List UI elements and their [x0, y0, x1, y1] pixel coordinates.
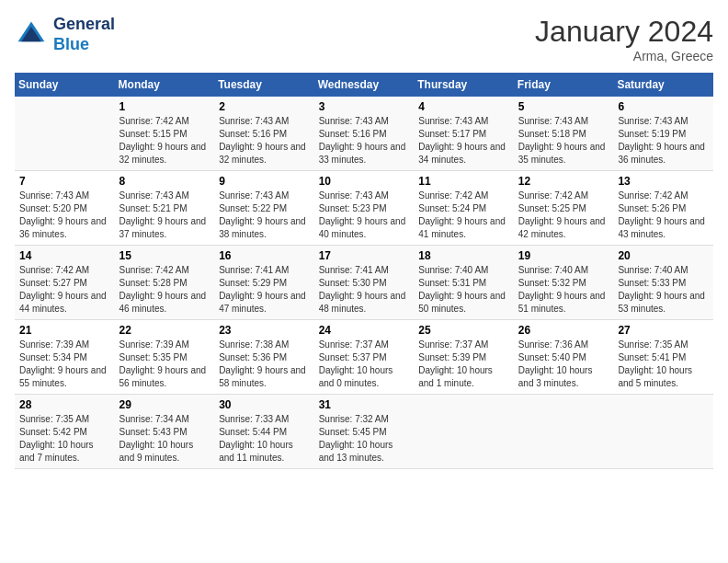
calendar-week-row: 21Sunrise: 7:39 AM Sunset: 5:34 PM Dayli… [15, 320, 713, 395]
day-number: 1 [119, 100, 210, 113]
calendar-cell [15, 97, 115, 171]
calendar-cell: 27Sunrise: 7:35 AM Sunset: 5:41 PM Dayli… [613, 320, 713, 395]
day-info: Sunrise: 7:43 AM Sunset: 5:16 PM Dayligh… [219, 115, 310, 167]
logo-text: General Blue [53, 15, 115, 54]
day-info: Sunrise: 7:39 AM Sunset: 5:34 PM Dayligh… [19, 339, 110, 390]
day-number: 9 [219, 175, 310, 188]
calendar-cell: 6Sunrise: 7:43 AM Sunset: 5:19 PM Daylig… [613, 97, 713, 171]
logo: General Blue [15, 15, 115, 54]
title-block: January 2024 Arma, Greece [535, 15, 713, 63]
calendar-cell [414, 395, 514, 469]
calendar-week-row: 28Sunrise: 7:35 AM Sunset: 5:42 PM Dayli… [15, 395, 713, 469]
day-number: 5 [518, 100, 609, 113]
calendar-cell: 1Sunrise: 7:42 AM Sunset: 5:15 PM Daylig… [115, 97, 215, 171]
day-number: 30 [219, 398, 310, 411]
day-info: Sunrise: 7:38 AM Sunset: 5:36 PM Dayligh… [219, 339, 310, 390]
calendar-cell: 20Sunrise: 7:40 AM Sunset: 5:33 PM Dayli… [613, 246, 713, 320]
day-number: 19 [518, 249, 609, 262]
day-info: Sunrise: 7:41 AM Sunset: 5:29 PM Dayligh… [219, 264, 310, 316]
day-number: 29 [119, 398, 210, 411]
day-info: Sunrise: 7:43 AM Sunset: 5:17 PM Dayligh… [418, 115, 509, 167]
day-info: Sunrise: 7:42 AM Sunset: 5:27 PM Dayligh… [19, 264, 110, 316]
calendar-cell: 28Sunrise: 7:35 AM Sunset: 5:42 PM Dayli… [15, 395, 115, 469]
day-info: Sunrise: 7:42 AM Sunset: 5:24 PM Dayligh… [418, 190, 509, 241]
calendar-cell [514, 395, 614, 469]
calendar-cell: 31Sunrise: 7:32 AM Sunset: 5:45 PM Dayli… [314, 395, 415, 469]
calendar-cell: 14Sunrise: 7:42 AM Sunset: 5:27 PM Dayli… [15, 246, 115, 320]
calendar-cell [613, 395, 713, 469]
calendar-cell: 13Sunrise: 7:42 AM Sunset: 5:26 PM Dayli… [613, 171, 713, 246]
day-number: 14 [19, 249, 110, 262]
calendar-cell: 5Sunrise: 7:43 AM Sunset: 5:18 PM Daylig… [514, 97, 614, 171]
day-info: Sunrise: 7:43 AM Sunset: 5:20 PM Dayligh… [19, 190, 110, 241]
day-info: Sunrise: 7:34 AM Sunset: 5:43 PM Dayligh… [119, 413, 210, 465]
weekday-header: Saturday [613, 73, 713, 97]
day-number: 3 [319, 100, 410, 113]
day-info: Sunrise: 7:43 AM Sunset: 5:21 PM Dayligh… [119, 190, 210, 241]
day-info: Sunrise: 7:43 AM Sunset: 5:16 PM Dayligh… [319, 115, 410, 167]
calendar-cell: 30Sunrise: 7:33 AM Sunset: 5:44 PM Dayli… [214, 395, 314, 469]
page-subtitle: Arma, Greece [535, 49, 713, 63]
day-info: Sunrise: 7:43 AM Sunset: 5:19 PM Dayligh… [618, 115, 709, 167]
calendar-cell: 29Sunrise: 7:34 AM Sunset: 5:43 PM Dayli… [115, 395, 215, 469]
day-number: 4 [418, 100, 509, 113]
day-number: 20 [618, 249, 709, 262]
logo-icon [15, 18, 48, 52]
day-info: Sunrise: 7:39 AM Sunset: 5:35 PM Dayligh… [119, 339, 210, 390]
day-number: 10 [319, 175, 410, 188]
page-title: January 2024 [535, 15, 713, 49]
calendar-cell: 23Sunrise: 7:38 AM Sunset: 5:36 PM Dayli… [214, 320, 314, 395]
calendar-body: 1Sunrise: 7:42 AM Sunset: 5:15 PM Daylig… [15, 97, 713, 469]
calendar-week-row: 1Sunrise: 7:42 AM Sunset: 5:15 PM Daylig… [15, 97, 713, 171]
day-info: Sunrise: 7:40 AM Sunset: 5:33 PM Dayligh… [618, 264, 709, 316]
calendar-week-row: 7Sunrise: 7:43 AM Sunset: 5:20 PM Daylig… [15, 171, 713, 246]
day-info: Sunrise: 7:41 AM Sunset: 5:30 PM Dayligh… [319, 264, 410, 316]
weekday-header: Thursday [414, 73, 514, 97]
day-number: 25 [418, 324, 509, 337]
day-info: Sunrise: 7:32 AM Sunset: 5:45 PM Dayligh… [319, 413, 410, 465]
calendar-cell: 8Sunrise: 7:43 AM Sunset: 5:21 PM Daylig… [115, 171, 215, 246]
day-number: 6 [618, 100, 709, 113]
day-number: 8 [119, 175, 210, 188]
calendar-cell: 7Sunrise: 7:43 AM Sunset: 5:20 PM Daylig… [15, 171, 115, 246]
day-number: 23 [219, 324, 310, 337]
calendar-cell: 22Sunrise: 7:39 AM Sunset: 5:35 PM Dayli… [115, 320, 215, 395]
calendar-cell: 3Sunrise: 7:43 AM Sunset: 5:16 PM Daylig… [314, 97, 415, 171]
weekday-header: Tuesday [214, 73, 314, 97]
day-number: 24 [319, 324, 410, 337]
day-info: Sunrise: 7:42 AM Sunset: 5:25 PM Dayligh… [518, 190, 609, 241]
weekday-header: Friday [514, 73, 614, 97]
calendar-cell: 19Sunrise: 7:40 AM Sunset: 5:32 PM Dayli… [514, 246, 614, 320]
calendar-header-row: SundayMondayTuesdayWednesdayThursdayFrid… [15, 73, 713, 97]
day-info: Sunrise: 7:35 AM Sunset: 5:42 PM Dayligh… [19, 413, 110, 465]
weekday-header: Wednesday [314, 73, 415, 97]
day-number: 2 [219, 100, 310, 113]
day-number: 26 [518, 324, 609, 337]
calendar-cell: 24Sunrise: 7:37 AM Sunset: 5:37 PM Dayli… [314, 320, 415, 395]
day-number: 11 [418, 175, 509, 188]
day-number: 31 [319, 398, 410, 411]
day-number: 17 [319, 249, 410, 262]
day-info: Sunrise: 7:37 AM Sunset: 5:39 PM Dayligh… [418, 339, 509, 390]
day-info: Sunrise: 7:43 AM Sunset: 5:23 PM Dayligh… [319, 190, 410, 241]
calendar-cell: 26Sunrise: 7:36 AM Sunset: 5:40 PM Dayli… [514, 320, 614, 395]
calendar-cell: 25Sunrise: 7:37 AM Sunset: 5:39 PM Dayli… [414, 320, 514, 395]
day-info: Sunrise: 7:42 AM Sunset: 5:28 PM Dayligh… [119, 264, 210, 316]
weekday-header: Sunday [15, 73, 115, 97]
day-info: Sunrise: 7:40 AM Sunset: 5:31 PM Dayligh… [418, 264, 509, 316]
day-number: 7 [19, 175, 110, 188]
day-number: 12 [518, 175, 609, 188]
calendar-table: SundayMondayTuesdayWednesdayThursdayFrid… [15, 73, 713, 469]
calendar-cell: 18Sunrise: 7:40 AM Sunset: 5:31 PM Dayli… [414, 246, 514, 320]
calendar-cell: 16Sunrise: 7:41 AM Sunset: 5:29 PM Dayli… [214, 246, 314, 320]
day-number: 27 [618, 324, 709, 337]
calendar-cell: 4Sunrise: 7:43 AM Sunset: 5:17 PM Daylig… [414, 97, 514, 171]
calendar-cell: 10Sunrise: 7:43 AM Sunset: 5:23 PM Dayli… [314, 171, 415, 246]
calendar-cell: 17Sunrise: 7:41 AM Sunset: 5:30 PM Dayli… [314, 246, 415, 320]
day-info: Sunrise: 7:36 AM Sunset: 5:40 PM Dayligh… [518, 339, 609, 390]
weekday-header: Monday [115, 73, 215, 97]
day-info: Sunrise: 7:40 AM Sunset: 5:32 PM Dayligh… [518, 264, 609, 316]
day-number: 28 [19, 398, 110, 411]
calendar-cell: 15Sunrise: 7:42 AM Sunset: 5:28 PM Dayli… [115, 246, 215, 320]
calendar-cell: 11Sunrise: 7:42 AM Sunset: 5:24 PM Dayli… [414, 171, 514, 246]
